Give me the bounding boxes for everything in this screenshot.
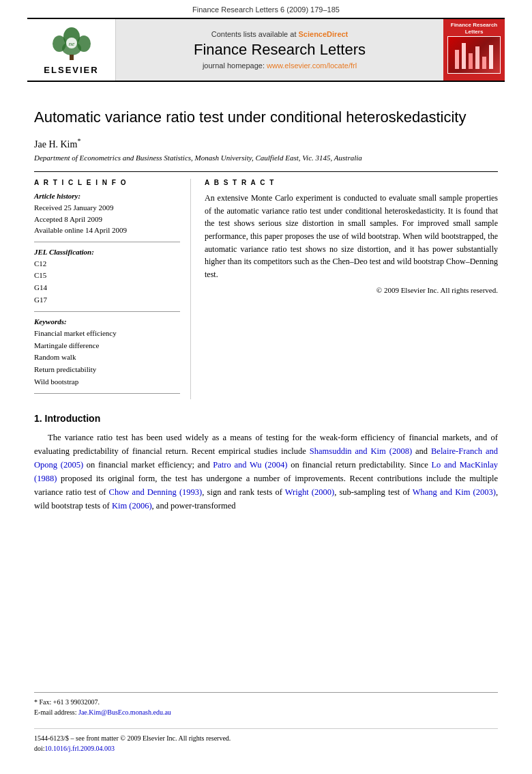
jel-label: JEL Classification:	[34, 248, 180, 256]
journal-homepage-line: journal homepage: www.elsevier.com/locat…	[203, 61, 357, 70]
journal-cover-box: Finance Research Letters	[443, 19, 505, 81]
sciencedirect-link[interactable]: ScienceDirect	[299, 30, 349, 38]
abstract-col: A B S T R A C T An extensive Monte Carlo…	[205, 179, 498, 399]
author-sup: *	[77, 137, 80, 145]
svg-rect-8	[462, 43, 466, 69]
journal-title-header: Finance Research Letters	[194, 41, 366, 59]
fax-label: * Fax: +61 3 99032007.	[34, 698, 100, 706]
affiliation: Department of Econometrics and Business …	[34, 154, 498, 162]
sciencedirect-prefix: Contents lists available at	[211, 30, 299, 38]
article-title: Automatic variance ratio test under cond…	[34, 108, 498, 128]
history-label: Article history:	[34, 192, 180, 200]
svg-rect-12	[489, 45, 493, 69]
article-info-col: A R T I C L E I N F O Article history: R…	[34, 179, 191, 399]
received-date: Received 25 January 2009	[34, 202, 180, 214]
doi-prefix: doi:	[34, 745, 45, 752]
available-date: Available online 14 April 2009	[34, 225, 180, 236]
footer-fax: * Fax: +61 3 99032007. E-mail address: J…	[34, 697, 498, 717]
intro-heading: 1. Introduction	[34, 413, 498, 424]
keyword-2: Martingale difference	[34, 340, 180, 352]
svg-rect-4	[70, 55, 74, 60]
svg-rect-10	[475, 46, 479, 69]
keywords-label: Keywords:	[34, 317, 180, 326]
jel-c15: C15	[34, 270, 180, 282]
keyword-5: Wild bootstrap	[34, 376, 180, 388]
svg-rect-11	[482, 57, 486, 69]
page-footer: * Fax: +61 3 99032007. E-mail address: J…	[34, 692, 498, 754]
divider-keywords	[34, 393, 180, 394]
link-patro[interactable]: Patro and Wu (2004)	[213, 460, 287, 470]
email-label: E-mail address:	[34, 708, 78, 716]
footer-copyright: 1544-6123/$ – see front matter © 2009 El…	[34, 733, 498, 743]
introduction-section: 1. Introduction The variance ratio test …	[34, 413, 498, 513]
homepage-prefix: journal homepage:	[203, 61, 267, 70]
elsevier-tree-icon: ne	[44, 25, 99, 62]
author-name: Jae H. Kim*	[34, 137, 498, 150]
svg-text:ne: ne	[68, 40, 74, 47]
accepted-date: Accepted 8 April 2009	[34, 214, 180, 225]
sciencedirect-line: Contents lists available at ScienceDirec…	[211, 30, 349, 38]
journal-reference: Finance Research Letters 6 (2009) 179–18…	[192, 5, 340, 14]
journal-line: Finance Research Letters 6 (2009) 179–18…	[0, 0, 532, 18]
keyword-4: Return predictability	[34, 364, 180, 376]
author-text: Jae H. Kim	[34, 139, 77, 149]
link-wright[interactable]: Wright (2000)	[285, 487, 334, 497]
intro-paragraph: The variance ratio test has been used wi…	[34, 431, 498, 513]
cover-chart-icon	[454, 40, 494, 70]
email-link[interactable]: Jae.Kim@BusEco.monash.edu.au	[78, 708, 171, 716]
jel-codes: C12 C15 G14 G17	[34, 258, 180, 306]
elsevier-wordmark: ELSEVIER	[44, 65, 98, 75]
abstract-label: A B S T R A C T	[205, 179, 498, 186]
journal-header-center: Contents lists available at ScienceDirec…	[116, 19, 443, 81]
doi-link[interactable]: 10.1016/j.frl.2009.04.003	[45, 745, 115, 752]
footer-doi: doi:10.1016/j.frl.2009.04.003	[34, 743, 498, 754]
divider-top	[34, 171, 498, 172]
article-info-label: A R T I C L E I N F O	[34, 179, 180, 186]
keyword-1: Financial market efficiency	[34, 328, 180, 340]
divider-history	[34, 242, 180, 242]
footer-doi-section: 1544-6123/$ – see front matter © 2009 El…	[34, 728, 498, 754]
jel-g17: G17	[34, 294, 180, 306]
cover-title: Finance Research Letters	[446, 22, 502, 35]
journal-header: ne ELSEVIER Contents lists available at …	[27, 18, 505, 82]
keyword-3: Random walk	[34, 352, 180, 364]
divider-jel	[34, 311, 180, 312]
jel-g14: G14	[34, 282, 180, 294]
copyright-line: © 2009 Elsevier Inc. All rights reserved…	[205, 286, 498, 294]
link-shamsuddin[interactable]: Shamsuddin and Kim (2008)	[310, 446, 412, 456]
main-content: Automatic variance ratio test under cond…	[0, 82, 532, 526]
link-whang[interactable]: Whang and Kim (2003)	[413, 487, 496, 497]
link-kim[interactable]: Kim (2006)	[112, 501, 152, 511]
page-container: Finance Research Letters 6 (2009) 179–18…	[0, 0, 532, 774]
svg-rect-9	[469, 53, 473, 69]
jel-c12: C12	[34, 258, 180, 270]
elsevier-logo-box: ne ELSEVIER	[27, 19, 116, 81]
svg-rect-7	[455, 50, 459, 69]
cover-image	[447, 36, 501, 74]
link-chow[interactable]: Chow and Denning (1993)	[109, 487, 203, 497]
two-col-section: A R T I C L E I N F O Article history: R…	[34, 179, 498, 399]
homepage-link[interactable]: www.elsevier.com/locate/frl	[267, 61, 357, 70]
abstract-text: An extensive Monte Carlo experiment is c…	[205, 192, 498, 281]
